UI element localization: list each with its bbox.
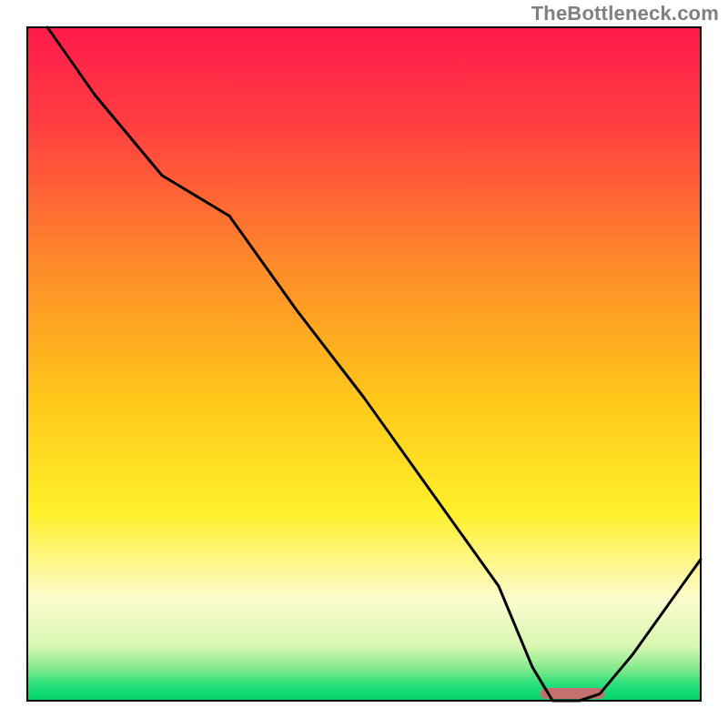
chart-container: TheBottleneck.com bbox=[0, 0, 728, 728]
watermark-text: TheBottleneck.com bbox=[531, 2, 719, 25]
plot-background bbox=[27, 27, 701, 701]
bottleneck-chart bbox=[0, 0, 728, 728]
